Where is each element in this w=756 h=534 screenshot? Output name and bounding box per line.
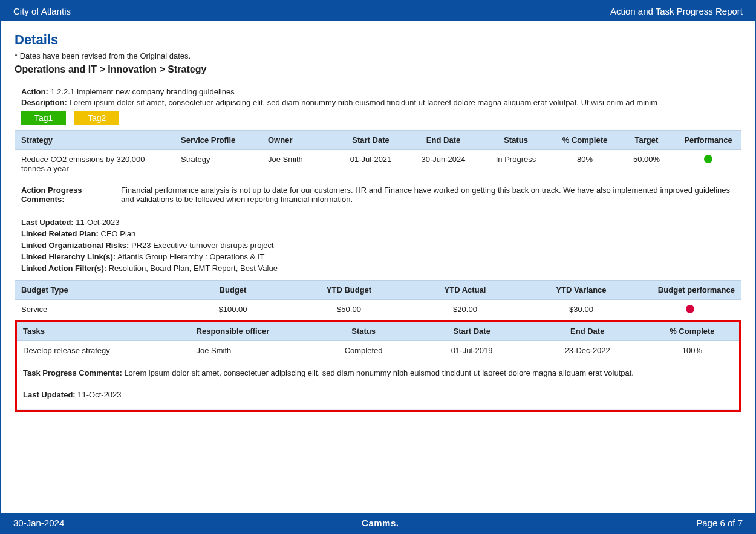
col-ytd-variance: YTD Variance <box>523 281 639 300</box>
col-status: Status <box>480 131 552 150</box>
cell-end-date: 30-Jun-2024 <box>407 150 480 178</box>
apc-value: Financial performance analysis is not up… <box>121 186 735 204</box>
cell-service-profile: Strategy <box>175 150 262 178</box>
section-title: Details <box>15 32 741 48</box>
task-row: Develop release strategy Joe Smith Compl… <box>17 341 739 360</box>
task-progress-comments: Task Progress Comments: Lorem ipsum dolo… <box>23 368 733 377</box>
col-budget-type: Budget Type <box>15 281 175 300</box>
performance-dot-icon <box>704 155 712 163</box>
cell-start-date: 01-Jul-2021 <box>334 150 407 178</box>
description-value: Lorem ipsum dolor sit amet, consectetuer… <box>69 98 657 107</box>
task-comments-row: Task Progress Comments: Lorem ipsum dolo… <box>17 360 739 410</box>
task-last-updated: Last Updated: 11-Oct-2023 <box>23 390 733 399</box>
action-row: Action: 1.2.2.1 Implement new company br… <box>21 87 735 96</box>
last-updated-value: 11-Oct-2023 <box>76 218 119 227</box>
col-tasks: Tasks <box>17 322 191 341</box>
budget-table: Budget Type Budget YTD Budget YTD Actual… <box>15 281 741 321</box>
footer-page: Page 6 of 7 <box>696 518 743 528</box>
description-row: Description: Lorem ipsum dolor sit amet,… <box>21 98 735 107</box>
col-task-complete: % Complete <box>645 322 739 341</box>
col-performance: Performance <box>676 131 741 150</box>
linked-org-risks: Linked Organizational Risks: PR23 Execut… <box>21 241 735 250</box>
hierarchy-value: Atlantis Group Hierarchy : Operations & … <box>117 252 264 261</box>
col-ytd-budget: YTD Budget <box>291 281 407 300</box>
description-label: Description: <box>21 98 67 107</box>
strategy-table: Strategy Service Profile Owner Start Dat… <box>15 130 741 178</box>
date-revision-note: * Dates have been revised from the Origi… <box>15 51 741 60</box>
col-task-status: Status <box>313 322 414 341</box>
budget-performance-dot-icon <box>686 305 694 313</box>
col-officer: Responsible officer <box>191 322 313 341</box>
cell-ytd-actual: $20.00 <box>407 300 523 321</box>
cell-officer: Joe Smith <box>191 341 313 360</box>
action-progress-comments: Action Progress Comments: Financial perf… <box>21 186 735 204</box>
cell-status: In Progress <box>480 150 552 178</box>
related-plan-value: CEO Plan <box>101 229 136 238</box>
filters-value: Resolution, Board Plan, EMT Report, Best… <box>109 264 278 273</box>
filters-label: Linked Action Filter(s): <box>21 264 106 273</box>
strategy-row: Reduce CO2 emissions by 320,000 tonnes a… <box>15 150 741 178</box>
header-left: City of Atlantis <box>13 6 71 16</box>
tasks-table: Tasks Responsible officer Status Start D… <box>17 322 739 410</box>
cell-ytd-budget: $50.00 <box>291 300 407 321</box>
footer-bar: 30-Jan-2024 Camms. Page 6 of 7 <box>1 513 755 533</box>
meta-block: Action Progress Comments: Financial perf… <box>15 178 741 281</box>
tag-2: Tag2 <box>74 111 119 125</box>
linked-hierarchy: Linked Hierarchy Link(s): Atlantis Group… <box>21 252 735 261</box>
action-value: 1.2.2.1 Implement new company branding g… <box>50 87 234 96</box>
tasks-highlight-box: Tasks Responsible officer Status Start D… <box>15 320 741 412</box>
footer-brand: Camms. <box>362 518 399 528</box>
cell-task-start: 01-Jul-2019 <box>414 341 530 360</box>
tag-1: Tag1 <box>21 111 66 125</box>
last-updated-label: Last Updated: <box>21 218 74 227</box>
cell-complete: 80% <box>552 150 618 178</box>
report-page: City of Atlantis Action and Task Progres… <box>0 0 756 534</box>
related-plan-label: Linked Related Plan: <box>21 229 99 238</box>
col-ytd-actual: YTD Actual <box>407 281 523 300</box>
col-end-date: End Date <box>407 131 480 150</box>
org-risks-value: PR23 Executive turnover disrupts project <box>131 241 274 250</box>
cell-budget: $100.00 <box>175 300 291 321</box>
apc-label: Action Progress Comments: <box>21 186 121 204</box>
header-bar: City of Atlantis Action and Task Progres… <box>1 1 755 21</box>
cell-performance <box>676 150 741 178</box>
col-budget: Budget <box>175 281 291 300</box>
budget-row: Service $100.00 $50.00 $20.00 $30.00 <box>15 300 741 321</box>
col-strategy: Strategy <box>15 131 175 150</box>
cell-target: 50.00% <box>618 150 676 178</box>
cell-budget-performance <box>639 300 741 321</box>
action-label: Action: <box>21 87 48 96</box>
tags-row: Tag1 Tag2 <box>21 111 735 125</box>
col-task-start: Start Date <box>414 322 530 341</box>
task-last-updated-value: 11-Oct-2023 <box>77 390 121 399</box>
col-owner: Owner <box>262 131 334 150</box>
col-service-profile: Service Profile <box>175 131 262 150</box>
tpc-label: Task Progress Comments: <box>23 368 122 377</box>
cell-budget-type: Service <box>15 300 175 321</box>
col-target: Target <box>618 131 676 150</box>
content-area: Details * Dates have been revised from t… <box>1 21 755 513</box>
hierarchy-label: Linked Hierarchy Link(s): <box>21 252 116 261</box>
linked-action-filters: Linked Action Filter(s): Resolution, Boa… <box>21 264 735 273</box>
tpc-value: Lorem ipsum dolor sit amet, consectetuer… <box>124 368 634 377</box>
cell-owner: Joe Smith <box>262 150 334 178</box>
col-budget-performance: Budget performance <box>639 281 741 300</box>
cell-strategy: Reduce CO2 emissions by 320,000 tonnes a… <box>15 150 175 178</box>
task-last-updated-label: Last Updated: <box>23 390 76 399</box>
action-header: Action: 1.2.2.1 Implement new company br… <box>15 80 741 130</box>
cell-ytd-variance: $30.00 <box>523 300 639 321</box>
col-task-end: End Date <box>530 322 645 341</box>
col-start-date: Start Date <box>334 131 407 150</box>
cell-task-status: Completed <box>313 341 414 360</box>
cell-task: Develop release strategy <box>17 341 191 360</box>
last-updated: Last Updated: 11-Oct-2023 <box>21 218 735 227</box>
linked-related-plan: Linked Related Plan: CEO Plan <box>21 229 735 238</box>
org-risks-label: Linked Organizational Risks: <box>21 241 129 250</box>
col-complete: % Complete <box>552 131 618 150</box>
footer-date: 30-Jan-2024 <box>13 518 64 528</box>
action-box: Action: 1.2.2.1 Implement new company br… <box>15 80 741 412</box>
breadcrumb: Operations and IT > Innovation > Strateg… <box>15 64 741 75</box>
cell-task-complete: 100% <box>645 341 739 360</box>
header-right: Action and Task Progress Report <box>610 6 743 16</box>
cell-task-end: 23-Dec-2022 <box>530 341 645 360</box>
